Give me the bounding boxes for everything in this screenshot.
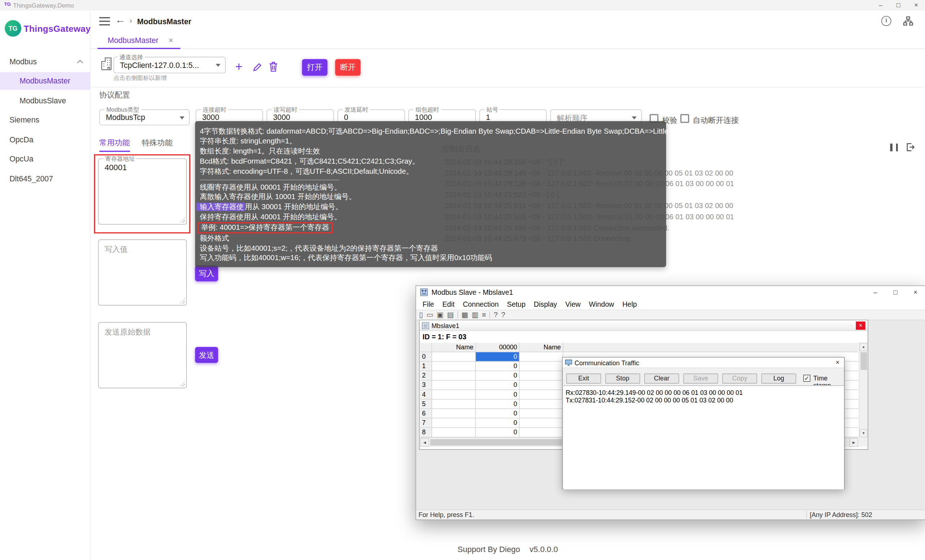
resize-grip-icon[interactable] bbox=[179, 298, 185, 304]
delete-channel-icon[interactable] bbox=[268, 61, 279, 72]
grid-name-cell[interactable] bbox=[432, 409, 476, 418]
pause-icon[interactable] bbox=[890, 143, 898, 151]
slave-close-button[interactable]: × bbox=[905, 286, 925, 298]
grid-value-cell[interactable]: 0 bbox=[476, 352, 520, 362]
tooltip-coil-line: 线圈寄存器使用从 00001 开始的地址编号。 bbox=[200, 182, 661, 193]
raw-data-field[interactable]: 发送原始数据 bbox=[98, 322, 187, 388]
grid-value-cell[interactable]: 0 bbox=[476, 418, 520, 428]
stop-button[interactable]: Stop bbox=[605, 373, 640, 384]
traffic-titlebar[interactable]: Communication Traffic × bbox=[563, 358, 844, 368]
tab-close-icon[interactable]: × bbox=[169, 33, 173, 49]
window-maximize-button[interactable]: □ bbox=[890, 0, 907, 11]
slave-minimize-button[interactable]: – bbox=[865, 286, 886, 298]
print-icon[interactable]: ▤ bbox=[447, 311, 454, 319]
window-minimize-button[interactable]: – bbox=[872, 0, 890, 11]
grid-name-cell[interactable] bbox=[432, 390, 476, 400]
context-help-icon[interactable]: ? bbox=[501, 311, 505, 319]
grid-name-cell-2[interactable] bbox=[520, 362, 563, 371]
window-close-button[interactable]: × bbox=[907, 0, 925, 11]
tab-special-functions[interactable]: 特殊功能 bbox=[142, 138, 173, 148]
sidebar-item-modbusmaster[interactable]: ModbusMaster bbox=[0, 72, 90, 90]
slave-menu-setup[interactable]: Setup bbox=[503, 299, 530, 310]
resize-grip-icon[interactable] bbox=[179, 217, 185, 223]
auto-disconnect-checkbox[interactable] bbox=[680, 114, 689, 123]
scroll-down-icon[interactable]: ▼ bbox=[859, 429, 868, 438]
vertical-scrollbar[interactable]: ▲ ▼ bbox=[859, 343, 868, 438]
back-arrow-icon[interactable]: ← bbox=[115, 14, 125, 26]
help-icon[interactable]: ? bbox=[494, 311, 497, 319]
grid-name-cell[interactable] bbox=[432, 428, 476, 437]
grid-value-cell[interactable]: 0 bbox=[476, 362, 520, 371]
grid-name-cell-2[interactable] bbox=[520, 418, 563, 428]
grid-value-cell[interactable]: 0 bbox=[476, 381, 520, 390]
read-write-definition-icon[interactable]: ▥ bbox=[472, 311, 478, 319]
display-setup-icon[interactable]: ▦ bbox=[461, 311, 468, 319]
grid-name-cell-2[interactable] bbox=[520, 371, 563, 381]
grid-value-cell[interactable]: 0 bbox=[476, 400, 520, 409]
mbslave1-close-button[interactable]: × bbox=[856, 322, 865, 330]
communication-traffic-icon[interactable]: ≡ bbox=[482, 311, 486, 319]
grid-name-cell[interactable] bbox=[432, 371, 476, 381]
add-channel-button[interactable]: + bbox=[235, 60, 243, 74]
sidebar-item-dlt645_2007[interactable]: Dlt645_2007 bbox=[0, 170, 90, 188]
sidebar-item-opcda[interactable]: OpcDa bbox=[0, 131, 90, 149]
grid-name-cell[interactable] bbox=[432, 381, 476, 390]
resize-grip-icon[interactable] bbox=[179, 381, 185, 387]
sidebar-item-modbus[interactable]: Modbus bbox=[0, 53, 90, 71]
slave-menu-display[interactable]: Display bbox=[530, 299, 561, 310]
grid-value-cell[interactable]: 0 bbox=[476, 409, 520, 418]
sidebar-item-opcua[interactable]: OpcUa bbox=[0, 150, 90, 168]
open-button[interactable]: 打开 bbox=[302, 59, 327, 76]
slave-menu-view[interactable]: View bbox=[561, 299, 585, 310]
exit-button[interactable]: Exit bbox=[566, 373, 601, 384]
register-address-field[interactable]: 寄存器地址 40001 bbox=[98, 158, 187, 224]
slave-menu-edit[interactable]: Edit bbox=[438, 299, 459, 310]
grid-name-cell-2[interactable] bbox=[520, 390, 563, 400]
sidebar-item-modbusslave[interactable]: ModbusSlave bbox=[0, 92, 90, 110]
sidebar-item-siemens[interactable]: Siemens bbox=[0, 111, 90, 129]
slave-menu-connection[interactable]: Connection bbox=[458, 299, 503, 310]
clear-button[interactable]: Clear bbox=[644, 373, 679, 384]
disconnect-button[interactable]: 断开 bbox=[335, 59, 360, 76]
grid-name-cell[interactable] bbox=[432, 418, 476, 428]
slave-menu-help[interactable]: Help bbox=[618, 299, 641, 310]
status-ip-text: [Any IP Address]: 502 bbox=[810, 511, 872, 518]
grid-name-cell[interactable] bbox=[432, 362, 476, 371]
sitemap-icon[interactable] bbox=[903, 16, 913, 26]
tab-common-functions[interactable]: 常用功能 bbox=[99, 138, 130, 152]
grid-name-cell-2[interactable] bbox=[520, 381, 563, 390]
grid-value-cell[interactable]: 0 bbox=[476, 371, 520, 381]
write-value-field[interactable]: 写入值 bbox=[98, 239, 187, 305]
log-button[interactable]: Log bbox=[761, 373, 796, 384]
grid-name-cell-2[interactable] bbox=[520, 409, 563, 418]
save-file-icon[interactable]: ▣ bbox=[437, 311, 444, 319]
grid-name-cell-2[interactable] bbox=[520, 428, 563, 437]
new-file-icon[interactable]: ▯ bbox=[419, 311, 423, 319]
tab-modbusmaster[interactable]: ModbusMaster × bbox=[98, 33, 180, 49]
slave-menu-window[interactable]: Window bbox=[585, 299, 618, 310]
grid-value-cell[interactable]: 0 bbox=[476, 390, 520, 400]
open-file-icon[interactable]: ▭ bbox=[426, 311, 433, 319]
write-button[interactable]: 写入 bbox=[195, 265, 218, 281]
scroll-up-icon[interactable]: ▲ bbox=[859, 343, 868, 351]
info-icon[interactable]: i bbox=[881, 16, 891, 26]
mbslave1-titlebar[interactable]: Mbslave1 × bbox=[419, 321, 868, 331]
export-log-icon[interactable] bbox=[905, 142, 915, 152]
grid-name-cell[interactable] bbox=[432, 400, 476, 409]
timestamp-checkbox[interactable]: ✓ bbox=[803, 375, 811, 382]
grid-name-cell[interactable] bbox=[432, 352, 476, 362]
scroll-left-icon[interactable]: ◀ bbox=[420, 438, 429, 447]
slave-maximize-button[interactable]: □ bbox=[885, 286, 905, 298]
protocol-field-1[interactable]: Modbus类型ModbusTcp bbox=[99, 110, 190, 125]
grid-name-cell-2[interactable] bbox=[520, 352, 563, 362]
send-button[interactable]: 发送 bbox=[195, 347, 218, 363]
slave-menu-file[interactable]: File bbox=[419, 299, 438, 310]
grid-value-cell[interactable]: 0 bbox=[476, 428, 520, 437]
grid-name-cell-2[interactable] bbox=[520, 400, 563, 409]
edit-channel-icon[interactable] bbox=[252, 62, 262, 72]
channel-select[interactable]: 通道选择 TcpClient-127.0.0.1:5... bbox=[113, 57, 226, 73]
scroll-right-icon[interactable]: ▶ bbox=[850, 438, 859, 447]
slave-titlebar[interactable]: Modbus Slave - Mbslave1 – □ × bbox=[416, 286, 925, 298]
hamburger-menu-icon[interactable] bbox=[99, 17, 110, 25]
traffic-close-icon[interactable]: × bbox=[832, 358, 843, 367]
